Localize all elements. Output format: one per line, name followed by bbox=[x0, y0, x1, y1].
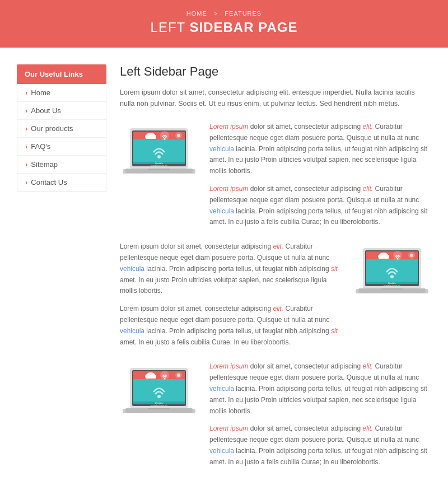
sidebar-nav: Home About Us Our products FAQ's Sitemap… bbox=[17, 84, 106, 192]
svg-rect-28 bbox=[379, 256, 389, 259]
link-3-2[interactable]: vehicula bbox=[209, 447, 234, 455]
sidebar-item-sitemap[interactable]: Sitemap bbox=[17, 156, 106, 174]
text-para-3-1: Lorem ipsum dolor sit amet, consectetur … bbox=[209, 361, 431, 417]
svg-point-50 bbox=[164, 378, 166, 380]
breadcrumb-separator: > bbox=[214, 10, 218, 17]
svg-rect-59 bbox=[148, 408, 170, 409]
main-title: Left Sidebar Page bbox=[120, 64, 431, 79]
laptop-image-3: QineMic knowledge forums info bbox=[120, 361, 198, 417]
content-block-2: QineMic knowledge forums info Lorem ipsu… bbox=[120, 241, 431, 348]
svg-point-32 bbox=[410, 254, 413, 257]
svg-point-12 bbox=[177, 134, 180, 137]
sidebar: Our Useful Links Home About Us Our produ… bbox=[17, 64, 106, 482]
intro-text: Lorem ipsum dolor sit amet, consectetur … bbox=[120, 87, 431, 109]
content-block-3: QineMic knowledge forums info Lorem ipsu… bbox=[120, 361, 431, 468]
sidebar-item-products[interactable]: Our products bbox=[17, 120, 106, 138]
title-thin: LEFT bbox=[151, 20, 190, 35]
sidebar-item-faq[interactable]: FAQ's bbox=[17, 138, 106, 156]
breadcrumb-current: FEATURES bbox=[225, 10, 262, 17]
laptop-image-2: QineMic knowledge forums info bbox=[353, 241, 431, 297]
svg-text:knowledge forums info: knowledge forums info bbox=[151, 165, 167, 167]
link-1-2[interactable]: vehicula bbox=[209, 207, 234, 215]
text-block-2: Lorem ipsum dolor sit amet, consectetur … bbox=[120, 241, 342, 348]
text-block-3: Lorem ipsum dolor sit amet, consectetur … bbox=[209, 361, 431, 468]
svg-text:knowledge forums info: knowledge forums info bbox=[384, 284, 400, 287]
svg-rect-39 bbox=[381, 288, 403, 290]
text-para-1-1: Lorem ipsum dolor sit amet, consectetur … bbox=[209, 122, 431, 177]
text-block-1: Lorem ipsum dolor sit amet, consectetur … bbox=[209, 122, 431, 228]
sidebar-item-home[interactable]: Home bbox=[17, 84, 106, 102]
svg-point-52 bbox=[177, 374, 180, 377]
link-2-2[interactable]: vehicula bbox=[120, 327, 144, 335]
svg-rect-19 bbox=[148, 169, 170, 170]
link-2-1[interactable]: vehicula bbox=[120, 265, 144, 273]
page-header: HOME > FEATURES LEFT SIDEBAR PAGE bbox=[0, 0, 448, 48]
laptop-image-1: QineMic knowledge forums info bbox=[120, 122, 198, 178]
link-1-1[interactable]: vehicula bbox=[209, 145, 234, 153]
sidebar-item-contact[interactable]: Contact Us bbox=[17, 174, 106, 191]
page-header-title: LEFT SIDEBAR PAGE bbox=[0, 20, 448, 35]
text-para-3-2: Lorem ipsum dolor sit amet, consectetur … bbox=[209, 423, 431, 468]
svg-point-10 bbox=[164, 138, 166, 140]
svg-text:knowledge forums info: knowledge forums info bbox=[151, 404, 167, 407]
svg-point-14 bbox=[157, 155, 161, 158]
text-para-2-2: Lorem ipsum dolor sit amet, consectetur … bbox=[120, 304, 342, 348]
svg-point-30 bbox=[397, 258, 399, 260]
breadcrumb: HOME > FEATURES bbox=[0, 10, 448, 17]
breadcrumb-home: HOME bbox=[186, 10, 207, 17]
main-content: Left Sidebar Page Lorem ipsum dolor sit … bbox=[120, 64, 431, 482]
title-bold: SIDEBAR PAGE bbox=[190, 20, 298, 35]
text-para-2-1: Lorem ipsum dolor sit amet, consectetur … bbox=[120, 241, 342, 297]
content-block-1: QineMic knowledge forums info Lorem ipsu… bbox=[120, 122, 431, 228]
svg-rect-8 bbox=[146, 137, 156, 139]
svg-rect-48 bbox=[146, 376, 156, 379]
content-wrapper: Our Useful Links Home About Us Our produ… bbox=[0, 48, 448, 490]
svg-point-34 bbox=[390, 275, 394, 278]
svg-point-54 bbox=[157, 395, 161, 398]
sidebar-item-about[interactable]: About Us bbox=[17, 102, 106, 120]
text-para-1-2: Lorem ipsum dolor sit amet, consectetur … bbox=[209, 184, 431, 228]
sidebar-title: Our Useful Links bbox=[17, 64, 106, 84]
link-3-1[interactable]: vehicula bbox=[209, 385, 234, 393]
